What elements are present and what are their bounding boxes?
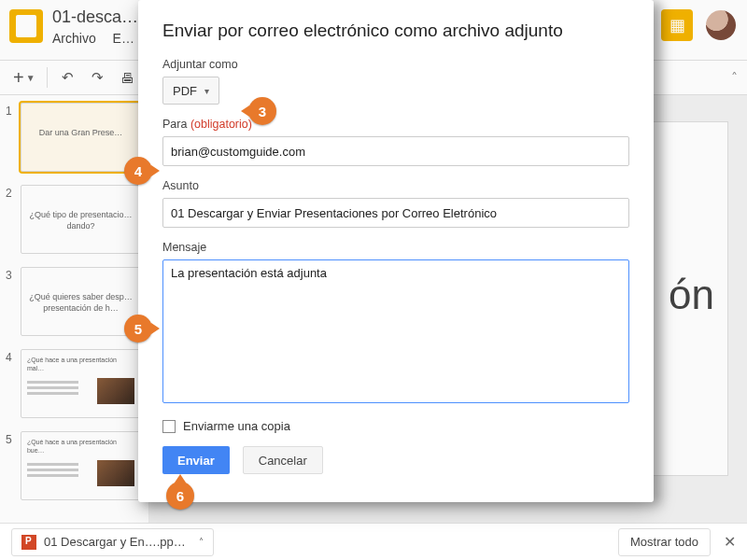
dialog-title: Enviar por correo electrónico como archi… [162,21,629,41]
send-button[interactable]: Enviar [162,446,230,474]
email-attachment-dialog: Enviar por correo electrónico como archi… [138,0,654,502]
attach-as-label: Adjuntar como [162,58,629,71]
callout-3: 3 [248,97,276,125]
close-icon[interactable]: ✕ [724,533,736,551]
download-bar: 01 Descargar y En….pp… ˄ Mostrar todo ✕ [0,523,747,560]
callout-5: 5 [124,315,152,343]
chevron-up-icon[interactable]: ˄ [199,537,204,547]
attach-format-dropdown[interactable]: PDF ▾ [162,77,219,105]
chevron-down-icon: ▾ [204,86,209,96]
message-field[interactable] [162,259,629,403]
download-filename: 01 Descargar y En….pp… [44,535,186,549]
subject-label: Asunto [162,179,629,192]
copy-me-checkbox[interactable] [162,420,176,433]
powerpoint-icon [21,535,36,550]
subject-field[interactable] [162,198,629,228]
message-label: Mensaje [162,241,629,254]
cancel-button[interactable]: Cancelar [243,446,323,474]
callout-4: 4 [124,157,152,185]
callout-6: 6 [166,482,194,510]
download-chip[interactable]: 01 Descargar y En….pp… ˄ [11,528,214,556]
show-all-button[interactable]: Mostrar todo [618,528,711,556]
to-label: Para (obligatorio) [162,118,629,131]
to-field[interactable] [162,136,629,166]
copy-me-label: Enviarme una copia [183,419,290,433]
